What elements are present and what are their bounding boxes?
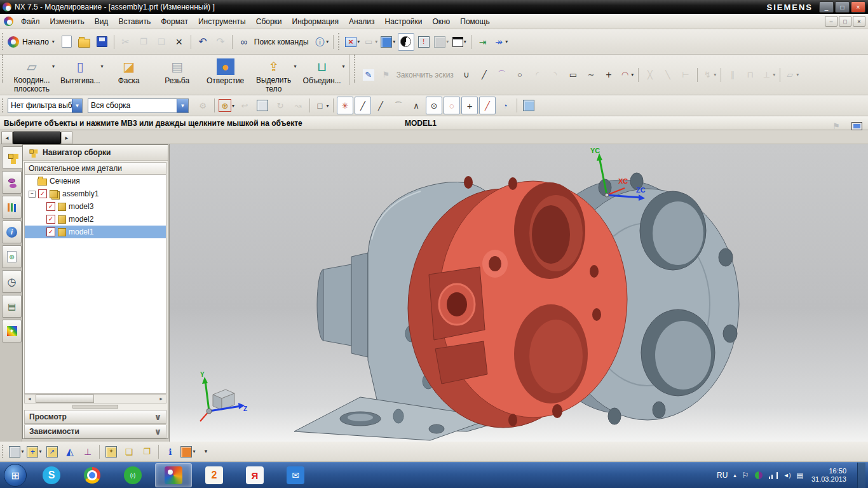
taskbar-skype[interactable]: S: [33, 463, 70, 487]
mdi-restore-button[interactable]: □: [839, 16, 851, 27]
dropdown-arrow-icon[interactable]: ▾: [294, 64, 297, 69]
menu-item-вставить[interactable]: Вставить: [113, 15, 156, 28]
clip-section-button[interactable]: ↠▾: [492, 33, 509, 51]
orient-view-button[interactable]: ▾: [380, 33, 397, 51]
dropdown-arrow-icon[interactable]: ▾: [505, 39, 508, 44]
background-button[interactable]: ▾: [451, 33, 468, 51]
tree-row-model1[interactable]: ✓model1: [25, 226, 166, 238]
tray-flag-icon[interactable]: ⚐: [742, 471, 749, 480]
scroll-handle[interactable]: [13, 132, 61, 144]
dropdown-arrow-icon[interactable]: ▾: [232, 103, 234, 109]
chevron-down-icon[interactable]: ∨: [154, 412, 161, 422]
taskbar-yandex[interactable]: Я: [236, 463, 273, 487]
thread-button[interactable]: ▤Резьба: [154, 55, 201, 95]
save-button[interactable]: [94, 33, 111, 51]
snap-enable-button[interactable]: ✳: [337, 97, 353, 114]
materials-tab[interactable]: ▤: [2, 295, 22, 318]
minimize-button[interactable]: _: [819, 1, 834, 13]
combo-arrow-icon[interactable]: ▼: [177, 99, 188, 112]
graphics-viewport[interactable]: YC XC ZC Y Z: [169, 144, 868, 442]
dropdown-arrow-icon[interactable]: ▾: [357, 39, 360, 44]
menu-item-окно[interactable]: Окно: [427, 15, 455, 28]
taskbar-network-app[interactable]: (ı): [114, 463, 151, 487]
toolbar-grip[interactable]: [338, 33, 341, 50]
sequence-info-button[interactable]: ℹ: [162, 443, 179, 461]
move-component-button[interactable]: ↗: [44, 443, 60, 461]
toolbar-grip[interactable]: [2, 55, 5, 83]
snap-point-button[interactable]: +: [461, 97, 478, 114]
shaded-style-button[interactable]: [398, 33, 414, 51]
checkbox[interactable]: ✓: [46, 227, 55, 236]
reuse-library-tab[interactable]: [2, 196, 22, 219]
taskbar-clock[interactable]: 16:50 31.03.2013: [811, 467, 846, 484]
taskbar-chrome[interactable]: [74, 463, 111, 487]
new-button[interactable]: [58, 33, 75, 51]
checkbox[interactable]: ✓: [46, 202, 55, 211]
undo-button[interactable]: ↶: [194, 33, 211, 51]
snap-face-button[interactable]: ◔: [497, 97, 513, 114]
find-command-label[interactable]: Поиск команды: [254, 37, 309, 46]
menu-item-файл[interactable]: Файл: [16, 15, 45, 28]
tree-row-Сечения[interactable]: Сечения: [25, 175, 166, 187]
general-selection-button[interactable]: ⊕▾: [218, 97, 235, 114]
taskbar-2gis[interactable]: 2: [196, 463, 233, 487]
arc-tool[interactable]: ⌒: [494, 66, 510, 84]
dropdown-arrow-icon[interactable]: ▾: [375, 39, 377, 44]
dropdown-arrow-icon[interactable]: ▾: [193, 449, 195, 454]
tray-network-icon[interactable]: [768, 472, 778, 479]
start-orb[interactable]: ⊞: [4, 464, 27, 487]
point-tool[interactable]: +: [600, 66, 617, 84]
web-browser-tab[interactable]: i: [2, 220, 22, 243]
mirror-assembly-button[interactable]: ◭: [62, 443, 78, 461]
show-snap-button[interactable]: [520, 97, 537, 114]
tree-column-header[interactable]: Описательное имя детали: [24, 162, 166, 175]
snap-quadrant-button[interactable]: ◌: [444, 97, 460, 114]
tree-row-model3[interactable]: ✓model3: [25, 200, 166, 213]
close-button[interactable]: ×: [851, 1, 865, 13]
dropdown-arrow-icon[interactable]: ▾: [52, 64, 55, 69]
display-working-view-button[interactable]: ×▾: [344, 33, 361, 51]
unite-button[interactable]: ⊔Объедин...▾: [299, 55, 346, 95]
shape-tool[interactable]: ◠▾: [618, 66, 635, 84]
tree-row-assembly1[interactable]: −✓assembly1: [25, 187, 166, 200]
scrollbar-right-icon[interactable]: ►: [156, 395, 166, 403]
tray-antivirus-icon[interactable]: [755, 471, 763, 479]
dropdown-arrow-icon[interactable]: ▾: [39, 449, 41, 454]
circle-tool[interactable]: ○: [512, 66, 528, 84]
chevron-down-icon[interactable]: ∨: [154, 426, 161, 437]
open-button[interactable]: [76, 33, 93, 51]
taskbar-nx[interactable]: [155, 463, 192, 487]
dropdown-arrow-icon[interactable]: ▾: [796, 72, 799, 78]
select-solid-icon[interactable]: [254, 97, 271, 114]
constraint-navigator-tab[interactable]: [2, 171, 22, 194]
tray-power-icon[interactable]: ▤: [797, 471, 803, 480]
combo-arrow-icon[interactable]: ▼: [72, 99, 82, 112]
checkbox[interactable]: ✓: [38, 189, 47, 198]
app-menu-icon[interactable]: [4, 17, 13, 26]
tree-row-model2[interactable]: ✓model2: [25, 213, 166, 226]
toolbar-grip[interactable]: [2, 445, 5, 459]
find-component-button[interactable]: ▾: [8, 443, 25, 461]
dropdown-arrow-icon[interactable]: ▾: [714, 72, 716, 78]
toolbar-grip[interactable]: [2, 98, 5, 112]
dropdown-arrow-icon[interactable]: ▾: [327, 103, 329, 109]
sketch-button[interactable]: ✎: [360, 66, 377, 84]
rectangle-tool[interactable]: ▭: [565, 66, 581, 84]
show-hide-component-button[interactable]: ❏: [121, 443, 137, 461]
restore-button[interactable]: □: [835, 1, 850, 13]
menu-item-изменить[interactable]: Изменить: [45, 15, 90, 28]
menu-item-настройки[interactable]: Настройки: [380, 15, 428, 28]
language-indicator[interactable]: RU: [717, 471, 728, 480]
dropdown-arrow-icon[interactable]: ▾: [21, 449, 24, 454]
scroll-right-icon[interactable]: ►: [61, 132, 72, 144]
selection-scope-combo[interactable]: Вся сборка ▼: [88, 98, 189, 113]
hole-button[interactable]: ●Отверстие: [202, 55, 249, 95]
history-palette-tab[interactable]: ⊕: [2, 245, 22, 268]
menu-item-вид[interactable]: Вид: [90, 15, 114, 28]
section-view-button[interactable]: ⇥: [475, 33, 491, 51]
toolbar-grip[interactable]: [2, 33, 5, 50]
dropdown-arrow-icon[interactable]: ▾: [101, 64, 104, 69]
profile-tool[interactable]: ∪: [458, 66, 475, 84]
line-tool[interactable]: ╱: [476, 66, 492, 84]
information-button[interactable]: ⓘ▾: [313, 33, 330, 51]
